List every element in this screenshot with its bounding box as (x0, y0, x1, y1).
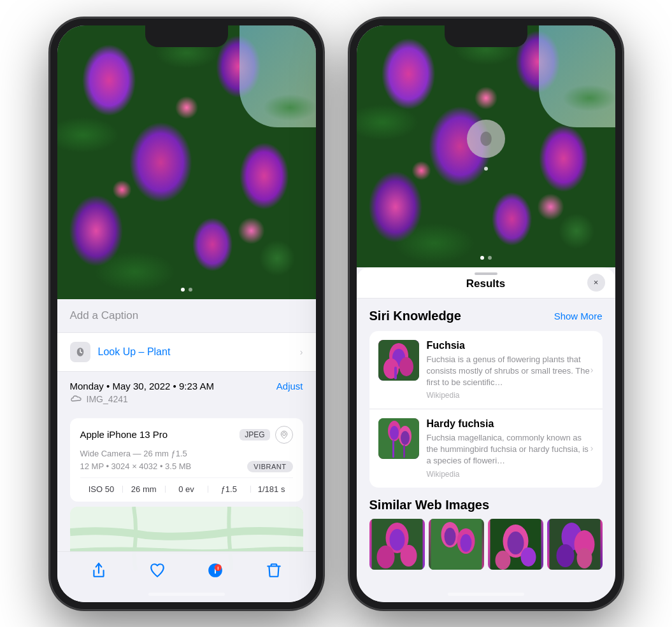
results-title: Results (466, 278, 505, 290)
drag-handle[interactable] (475, 272, 497, 275)
knowledge-item-fuchsia[interactable]: Fuchsia Fuchsia is a genus of flowering … (369, 331, 603, 409)
svg-point-33 (520, 547, 536, 567)
results-content[interactable]: Siri Knowledge Show More (357, 299, 615, 602)
hardy-source: Wikipedia (427, 470, 594, 479)
phone2-content: Results × Siri Knowledge Show More (357, 25, 615, 602)
filename-row: IMG_4241 (70, 394, 303, 404)
svg-text:i: i (218, 565, 219, 571)
similar-img-1[interactable] (369, 519, 425, 570)
fuchsia-name: Fuchsia (427, 340, 594, 351)
device-name-row: Apple iPhone 13 Pro JPEG (80, 426, 293, 444)
lookup-text: Look Up – Plant (98, 346, 171, 358)
exif-row: ISO 50 26 mm 0 ev ƒ1.5 1/181 s (80, 477, 293, 494)
date-row: Monday • May 30, 2022 • 9:23 AM Adjust (70, 381, 303, 391)
photo-dot-2-1 (480, 256, 484, 260)
device-section: Apple iPhone 13 Pro JPEG (70, 418, 303, 502)
camera-specs: Wide Camera — 26 mm ƒ1.5 (80, 449, 293, 458)
svg-point-22 (376, 546, 394, 568)
svg-point-14 (390, 426, 399, 440)
vibrant-badge: VIBRANT (247, 461, 292, 472)
info-button[interactable]: i i (203, 558, 228, 583)
similar-section: Similar Web Images (369, 498, 603, 570)
home-indicator-left (148, 593, 225, 596)
close-button[interactable]: × (587, 274, 605, 292)
svg-point-10 (399, 357, 413, 376)
photo-dot-1 (181, 288, 185, 292)
focal-value: 26 mm (122, 484, 165, 494)
flower-photo (57, 25, 316, 299)
favorite-button[interactable] (145, 558, 170, 583)
svg-point-32 (495, 551, 510, 570)
hardy-thumbnail (378, 418, 419, 459)
home-indicator-right (448, 593, 524, 596)
device-badges: JPEG (239, 426, 292, 444)
photo-display-2 (357, 25, 615, 267)
cloud-icon (70, 395, 83, 404)
phone-left-screen: Add a Caption Look Up – Plant (57, 25, 316, 602)
similar-img-4[interactable] (547, 519, 603, 570)
fuchsia-chevron: › (590, 365, 594, 375)
results-panel: Results × Siri Knowledge Show More (357, 267, 615, 602)
lookup-icon (70, 342, 90, 362)
caption-row[interactable]: Add a Caption (57, 299, 316, 333)
delete-button[interactable] (261, 558, 287, 583)
hardy-name: Hardy fuchsia (427, 418, 594, 430)
phone-left: Add a Caption Look Up – Plant (50, 18, 324, 610)
notch (145, 25, 228, 47)
knowledge-card: Fuchsia Fuchsia is a genus of flowering … (369, 331, 603, 488)
svg-point-0 (282, 432, 285, 435)
fuchsia-thumbnail (378, 340, 419, 381)
knowledge-item-hardy[interactable]: Hardy fuchsia Fuchsia magellanica, commo… (369, 409, 603, 488)
lookup-row[interactable]: Look Up – Plant › (57, 333, 316, 372)
shutter-value: 1/181 s (250, 484, 293, 494)
device-name: Apple iPhone 13 Pro (80, 429, 168, 440)
svg-point-26 (444, 528, 455, 546)
svg-point-31 (507, 532, 524, 554)
share-button[interactable] (86, 558, 111, 583)
siri-knowledge-title: Siri Knowledge (369, 309, 461, 323)
photo-pagination-2 (480, 256, 492, 260)
location-badge (275, 426, 293, 444)
similar-img-2[interactable] (429, 519, 484, 570)
svg-point-38 (576, 548, 592, 568)
file-info: 12 MP • 3024 × 4032 • 3.5 MB (80, 461, 192, 471)
hardy-chevron: › (590, 443, 594, 453)
svg-rect-11 (394, 367, 397, 379)
visual-search-icon (467, 120, 505, 158)
similar-img-3[interactable] (488, 519, 543, 570)
svg-point-21 (389, 529, 404, 551)
hardy-info: Hardy fuchsia Fuchsia magellanica, commo… (427, 418, 594, 479)
svg-rect-17 (392, 440, 394, 458)
svg-point-37 (556, 544, 574, 567)
caption-placeholder[interactable]: Add a Caption (70, 309, 139, 321)
photo-date: Monday • May 30, 2022 • 9:23 AM (70, 381, 214, 391)
svg-rect-18 (403, 445, 405, 458)
ev-value: 0 ev (165, 484, 208, 494)
notch-2 (445, 25, 527, 47)
fuchsia-source: Wikipedia (427, 391, 594, 400)
siri-knowledge-header: Siri Knowledge Show More (369, 309, 603, 323)
file-info-row: 12 MP • 3024 × 4032 • 3.5 MB VIBRANT (80, 461, 293, 472)
photo-pagination (181, 288, 192, 292)
lookup-chevron: › (300, 347, 303, 357)
phone-right-screen: Results × Siri Knowledge Show More (357, 25, 615, 602)
photo-display[interactable] (57, 25, 316, 299)
phones-container: Add a Caption Look Up – Plant (37, 5, 636, 623)
photo-dot-2-2 (488, 256, 492, 260)
similar-images-grid (369, 519, 603, 570)
phone1-content: Add a Caption Look Up – Plant (57, 25, 316, 602)
phone-right: Results × Siri Knowledge Show More (349, 18, 623, 610)
search-dot (484, 167, 488, 171)
aperture-value: ƒ1.5 (208, 484, 250, 494)
adjust-button[interactable]: Adjust (276, 381, 303, 391)
similar-title: Similar Web Images (369, 498, 603, 512)
results-header: Results × (357, 267, 615, 299)
format-badge: JPEG (239, 429, 269, 440)
fuchsia-info: Fuchsia Fuchsia is a genus of flowering … (427, 340, 594, 400)
metadata-section: Monday • May 30, 2022 • 9:23 AM Adjust I… (57, 372, 316, 413)
show-more-button[interactable]: Show More (554, 311, 603, 321)
fuchsia-desc: Fuchsia is a genus of flowering plants t… (427, 354, 594, 389)
svg-point-28 (460, 534, 471, 552)
hardy-desc: Fuchsia magellanica, commonly known as t… (427, 432, 594, 467)
photo-dot-2 (189, 288, 192, 292)
